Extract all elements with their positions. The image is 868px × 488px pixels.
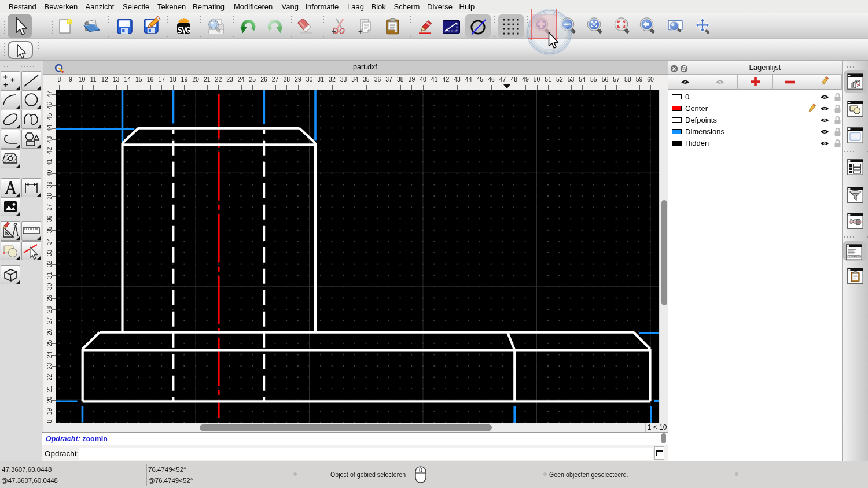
svg-text:> command: > command [849, 255, 861, 258]
svg-text:+: + [332, 27, 336, 36]
svg-text:+: + [358, 27, 363, 36]
